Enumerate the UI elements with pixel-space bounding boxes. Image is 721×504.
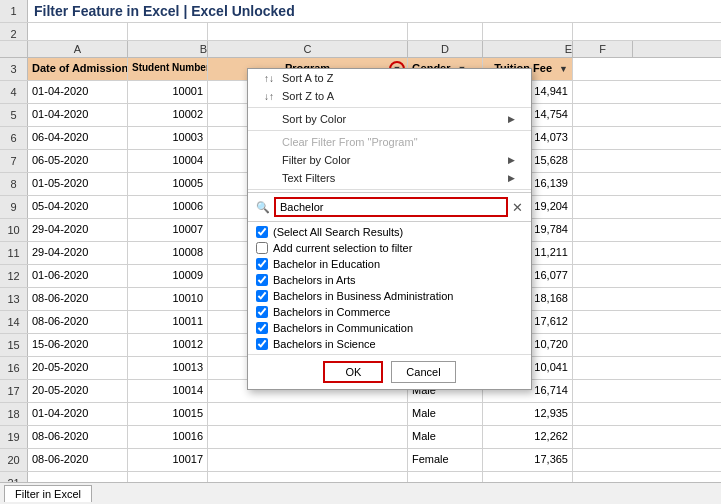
checkbox-label: Bachelor in Education [273,258,380,270]
menu-items: ↑↓Sort A to Z↓↑Sort Z to ASort by ColorC… [248,69,531,190]
cell-tuition: 12,262 [483,426,573,448]
checkbox-input[interactable] [256,274,268,286]
checkbox-label: Add current selection to filter [273,242,412,254]
search-icon: 🔍 [256,201,270,214]
row-num: 6 [0,127,28,149]
row-num: 17 [0,380,28,402]
cell-date: 01-05-2020 [28,173,128,195]
checkbox-item[interactable]: Bachelors in Science [248,336,531,352]
cell-student: 10007 [128,219,208,241]
row-num: 14 [0,311,28,333]
col-headers: A B C D E F [0,41,721,58]
cell-date: 08-06-2020 [28,426,128,448]
cell-gender: Male [408,403,483,425]
checkbox-label: Bachelors in Communication [273,322,413,334]
cell-student: 10002 [128,104,208,126]
cell-student: 10012 [128,334,208,356]
cell-student: 10014 [128,380,208,402]
checkbox-label: Bachelors in Arts [273,274,356,286]
cell-student: 10017 [128,449,208,471]
sheet-tab-filter-in-excel[interactable]: Filter in Excel [4,485,92,502]
col-header-b: B [128,41,208,57]
row-num: 5 [0,104,28,126]
checkbox-item[interactable]: Bachelors in Business Administration [248,288,531,304]
cell-date: 01-04-2020 [28,104,128,126]
cell-student: 10003 [128,127,208,149]
checkbox-label: Bachelors in Commerce [273,306,390,318]
row-num: 9 [0,196,28,218]
cell-student: 10004 [128,150,208,172]
search-input[interactable] [274,197,508,217]
filter-dropdown: ↑↓Sort A to Z↓↑Sort Z to ASort by ColorC… [247,68,532,390]
checkbox-input[interactable] [256,226,268,238]
checkbox-input[interactable] [256,258,268,270]
menu-item[interactable]: ↓↑Sort Z to A [248,87,531,105]
menu-item[interactable]: Filter by Color [248,151,531,169]
checkbox-label: Bachelors in Business Administration [273,290,453,302]
cell-date: 01-04-2020 [28,81,128,103]
row-num: 11 [0,242,28,264]
row-num-3: 3 [0,58,28,80]
cell-date: 15-06-2020 [28,334,128,356]
table-row: 19 08-06-2020 10016 Male 12,262 [0,426,721,449]
cell-student: 10010 [128,288,208,310]
row-num: 4 [0,81,28,103]
checkbox-input[interactable] [256,290,268,302]
checkbox-input[interactable] [256,242,268,254]
menu-icon: ↑↓ [264,73,278,84]
menu-item[interactable]: ↑↓Sort A to Z [248,69,531,87]
row-num: 7 [0,150,28,172]
cell-gender: Male [408,426,483,448]
table-row: 18 01-04-2020 10015 Male 12,935 [0,403,721,426]
cell-student: 10006 [128,196,208,218]
cell-date: 08-06-2020 [28,311,128,333]
row-2: 2 [0,23,721,41]
row-num: 10 [0,219,28,241]
cell-student: 10011 [128,311,208,333]
checkbox-label: Bachelors in Science [273,338,376,350]
tab-bar: Filter in Excel [0,482,721,504]
cell-student: 10016 [128,426,208,448]
cell-date: 20-05-2020 [28,357,128,379]
row-num: 12 [0,265,28,287]
cell-program [208,449,408,471]
checkbox-list: (Select All Search Results)Add current s… [248,222,531,354]
checkbox-item[interactable]: Bachelors in Commerce [248,304,531,320]
row-num: 8 [0,173,28,195]
cancel-button[interactable]: Cancel [391,361,455,383]
cell-gender: Female [408,449,483,471]
header-student: Student Number ▼ [128,58,208,80]
cell-student: 10008 [128,242,208,264]
col-header-a: A [28,41,128,57]
cell-date: 05-04-2020 [28,196,128,218]
cell-date: 06-04-2020 [28,127,128,149]
clear-search-button[interactable]: ✕ [512,200,523,215]
filter-btn-tuition[interactable]: ▼ [559,60,568,78]
row-num: 13 [0,288,28,310]
checkbox-item[interactable]: Bachelors in Arts [248,272,531,288]
checkbox-item[interactable]: Add current selection to filter [248,240,531,256]
checkbox-item[interactable]: Bachelor in Education [248,256,531,272]
menu-item[interactable]: Sort by Color [248,110,531,128]
cell-date: 01-04-2020 [28,403,128,425]
row-num-1: 1 [0,0,28,22]
table-row: 20 08-06-2020 10017 Female 17,365 [0,449,721,472]
spreadsheet-title: Filter Feature in Excel | Excel Unlocked [28,0,721,22]
checkbox-item[interactable]: (Select All Search Results) [248,224,531,240]
cell-student: 10001 [128,81,208,103]
cell-date: 06-05-2020 [28,150,128,172]
menu-item[interactable]: Text Filters [248,169,531,187]
col-header-d: D [408,41,483,57]
menu-icon: ↓↑ [264,91,278,102]
cell-student: 10009 [128,265,208,287]
checkbox-input[interactable] [256,306,268,318]
row-num: 18 [0,403,28,425]
cell-date: 29-04-2020 [28,219,128,241]
checkbox-item[interactable]: Bachelors in Communication [248,320,531,336]
cell-student: 10005 [128,173,208,195]
checkbox-input[interactable] [256,338,268,350]
cell-date: 29-04-2020 [28,242,128,264]
cell-date: 08-06-2020 [28,288,128,310]
ok-button[interactable]: OK [323,361,383,383]
checkbox-input[interactable] [256,322,268,334]
